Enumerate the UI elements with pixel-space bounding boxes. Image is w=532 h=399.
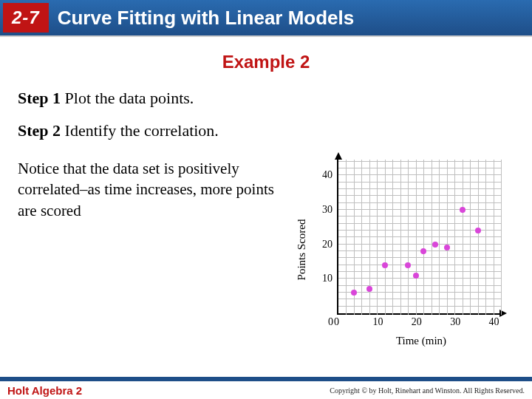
data-point [413, 273, 419, 279]
header-bar: 2-7 Curve Fitting with Linear Models [0, 0, 532, 37]
scatter-chart: Points Scored Time (min) 010203040102030… [307, 154, 514, 346]
x-tick: 0 [334, 316, 339, 328]
copyright-text: Copyright © by Holt, Rinehart and Winsto… [330, 386, 525, 395]
data-point [382, 262, 388, 268]
x-axis-label: Time (min) [396, 335, 446, 347]
step-2: Step 2 Identify the correlation. [18, 121, 514, 140]
data-point [420, 248, 426, 254]
content-area: Step 1 Plot the data points. Step 2 Iden… [0, 89, 532, 346]
origin-tick: 0 [328, 316, 333, 328]
y-tick: 10 [322, 273, 332, 284]
x-tick: 40 [489, 316, 499, 328]
section-badge: 2-7 [3, 3, 49, 33]
plot-area: 010203040102030400 [337, 160, 499, 315]
correlation-note: Notice that the data set is positively c… [18, 154, 293, 346]
x-tick: 20 [412, 316, 422, 328]
step-1-text: Plot the data points. [61, 89, 194, 107]
y-axis-arrow-icon [335, 152, 342, 160]
data-point [444, 245, 450, 250]
data-point [351, 290, 357, 296]
data-point [366, 286, 372, 292]
y-tick: 20 [322, 239, 332, 250]
data-point [460, 207, 466, 213]
step-1: Step 1 Plot the data points. [18, 89, 514, 108]
example-heading: Example 2 [0, 52, 532, 72]
y-tick: 30 [322, 204, 332, 216]
step-1-label: Step 1 [18, 89, 61, 107]
step-2-label: Step 2 [18, 121, 61, 140]
note-chart-row: Notice that the data set is positively c… [18, 154, 514, 346]
footer-bar: Holt Algebra 2 Copyright © by Holt, Rine… [0, 377, 532, 399]
lesson-title: Curve Fitting with Linear Models [58, 7, 355, 30]
y-axis-label: Points Scored [296, 219, 308, 281]
y-tick: 40 [322, 169, 332, 181]
data-point [405, 262, 411, 268]
data-point [475, 228, 481, 233]
data-point [432, 242, 438, 248]
x-tick: 30 [450, 316, 460, 328]
grid-lines [338, 160, 499, 313]
x-tick: 10 [372, 316, 383, 328]
textbook-name: Holt Algebra 2 [7, 384, 82, 397]
step-2-text: Identify the correlation. [61, 121, 219, 140]
